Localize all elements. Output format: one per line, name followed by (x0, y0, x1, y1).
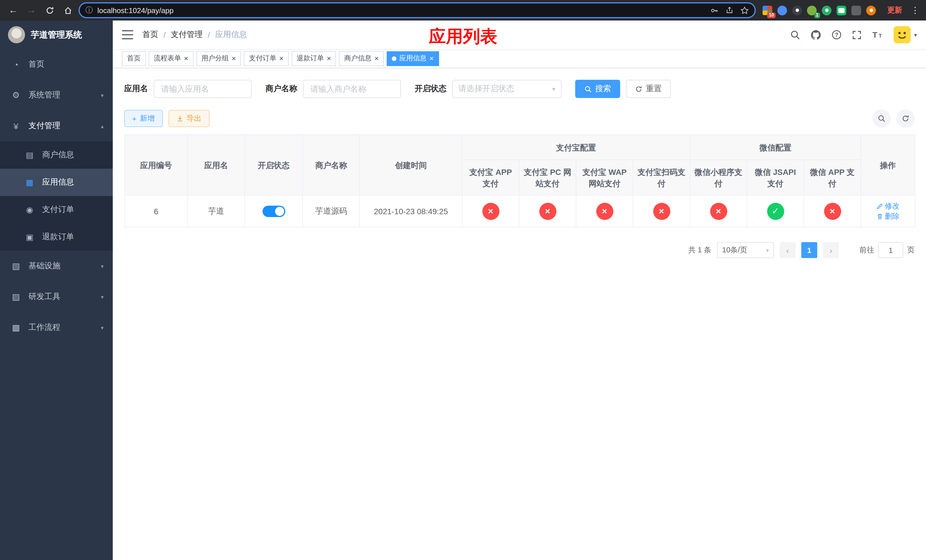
sidebar-item-devtools[interactable]: ▨ 研发工具 ▾ (0, 282, 113, 312)
tag-merchant-info[interactable]: 商户信息 × (339, 51, 384, 66)
status-select[interactable]: 请选择开启状态 ▾ (452, 80, 561, 98)
url-text: localhost:1024/pay/app (97, 6, 706, 15)
close-icon[interactable]: × (184, 55, 188, 62)
card-icon: ▤ (24, 150, 35, 159)
browser-forward-icon[interactable]: → (24, 3, 39, 18)
close-icon[interactable]: × (232, 55, 236, 62)
chevron-up-icon: ▴ (101, 123, 104, 129)
edit-button[interactable]: 修改 (876, 201, 900, 211)
sidebar-item-workflow[interactable]: ▩ 工作流程 ▾ (0, 312, 113, 343)
sidebar-item-app-info[interactable]: ▦ 应用信息 (0, 169, 113, 196)
close-icon[interactable]: × (327, 55, 331, 62)
extension-green-circle-icon[interactable] (822, 5, 831, 15)
menu-fold-icon[interactable] (122, 30, 133, 39)
help-icon[interactable]: ? (831, 30, 842, 40)
goto-page-input[interactable] (878, 242, 903, 258)
close-icon[interactable]: × (430, 55, 434, 62)
extension-chat-icon[interactable] (837, 5, 846, 15)
app-table: 应用编号 应用名 开启状态 商户名称 创建时间 支付宝配置 微信配置 操作 支付… (124, 135, 915, 227)
page-size-select[interactable]: 10条/页 ▾ (717, 242, 774, 258)
cell-merchant: 芋道源码 (303, 195, 360, 227)
bookmark-star-icon[interactable] (740, 6, 749, 15)
plus-icon: + (132, 114, 136, 123)
order-icon: ◉ (24, 205, 35, 214)
dashboard-icon: ◔ (10, 59, 22, 69)
browser-menu-icon[interactable]: ⋮ (910, 5, 920, 15)
status-badge: × (653, 203, 670, 219)
browser-update-button[interactable]: 更新 (883, 5, 906, 15)
extension-puzzle-icon[interactable] (851, 5, 861, 15)
tag-process-form[interactable]: 流程表单 × (149, 51, 193, 66)
sidebar: 芋道管理系统 ◔ 首页 ⚙ 系统管理 ▾ ¥ 支付管理 ▴ (0, 21, 113, 560)
svg-text:T: T (873, 30, 877, 39)
add-button[interactable]: + 新增 (124, 110, 163, 127)
status-badge: ✓ (767, 203, 784, 219)
delete-button[interactable]: 删除 (876, 211, 900, 221)
col-alipay-qr: 支付宝扫码支付 (633, 160, 690, 195)
current-page-button[interactable]: 1 (801, 242, 817, 258)
tag-user-group[interactable]: 用户分组 × (196, 51, 241, 66)
tools-icon: ▨ (10, 292, 22, 302)
font-size-icon[interactable]: TT (872, 30, 883, 39)
chevron-down-icon: ▾ (101, 92, 104, 98)
extension-face-icon[interactable] (866, 5, 876, 15)
breadcrumb: 首页 / 支付管理 / 应用信息 (142, 30, 247, 40)
breadcrumb-payment[interactable]: 支付管理 (171, 30, 203, 40)
cell-wx-jsapi-status: ✓ (747, 195, 804, 227)
refund-icon: ▣ (24, 232, 35, 242)
sidebar-item-refund-order[interactable]: ▣ 退款订单 (0, 223, 113, 251)
merchant-name-input[interactable] (303, 80, 401, 98)
tag-home[interactable]: 首页 (122, 51, 146, 66)
sidebar-item-system[interactable]: ⚙ 系统管理 ▾ (0, 80, 113, 110)
next-page-button[interactable]: › (823, 242, 839, 258)
chevron-down-icon: ▾ (101, 324, 104, 331)
user-avatar[interactable]: ▾ (894, 26, 917, 43)
prev-page-button[interactable]: ‹ (780, 242, 796, 258)
refresh-button[interactable] (896, 109, 915, 128)
app-name-input[interactable] (154, 80, 252, 98)
search-icon[interactable] (790, 30, 800, 40)
browser-home-icon[interactable] (61, 3, 75, 18)
cell-actions: 修改 删除 (861, 195, 915, 227)
reset-button[interactable]: 重置 (626, 80, 671, 98)
cell-app-name: 芋道 (188, 195, 245, 227)
site-info-icon[interactable]: ⓘ (85, 5, 93, 15)
status-label: 开启状态 (415, 84, 446, 94)
sidebar-menu: ◔ 首页 ⚙ 系统管理 ▾ ¥ 支付管理 ▴ ▤ 商户信息 (0, 49, 113, 343)
filter-form: 应用名 商户名称 开启状态 请选择开启状态 ▾ (124, 80, 915, 98)
close-icon[interactable]: × (374, 55, 379, 62)
github-icon[interactable] (810, 29, 821, 40)
app-name-label: 应用名 (124, 84, 148, 94)
sidebar-item-pay-order[interactable]: ◉ 支付订单 (0, 196, 113, 223)
share-icon[interactable] (726, 6, 734, 14)
address-bar[interactable]: ⓘ localhost:1024/pay/app (79, 2, 756, 18)
search-button[interactable]: 搜索 (575, 80, 620, 98)
extension-blue-icon[interactable] (777, 5, 787, 15)
password-key-icon[interactable] (710, 6, 719, 15)
extension-dark-icon[interactable] (792, 5, 802, 15)
extension-grid-icon[interactable]: 10 (763, 5, 772, 15)
sidebar-item-payment[interactable]: ¥ 支付管理 ▴ (0, 110, 113, 141)
toggle-search-button[interactable] (873, 109, 891, 128)
tag-app-info[interactable]: 应用信息 × (387, 51, 439, 66)
extension-avatar-icon[interactable]: 1 (807, 5, 817, 15)
cell-status (245, 195, 303, 227)
browser-chrome: ← → ⓘ localhost:1024/pay/app (0, 0, 926, 21)
export-button[interactable]: 导出 (168, 110, 209, 127)
tag-pay-order[interactable]: 支付订单 × (244, 51, 289, 66)
fullscreen-icon[interactable] (852, 30, 862, 39)
col-actions: 操作 (861, 135, 915, 195)
tag-refund-order[interactable]: 退款订单 × (292, 51, 336, 66)
browser-back-icon[interactable]: ← (6, 3, 21, 18)
status-badge: × (539, 203, 556, 219)
col-created: 创建时间 (360, 135, 462, 195)
breadcrumb-home[interactable]: 首页 (142, 30, 158, 40)
browser-reload-icon[interactable] (42, 3, 57, 18)
svg-text:?: ? (835, 32, 838, 38)
sidebar-item-home[interactable]: ◔ 首页 (0, 49, 113, 80)
close-icon[interactable]: × (279, 55, 283, 62)
breadcrumb-current: 应用信息 (215, 30, 247, 40)
sidebar-item-infra[interactable]: ▧ 基础设施 ▾ (0, 251, 113, 282)
enable-toggle[interactable] (262, 205, 285, 217)
sidebar-item-merchant-info[interactable]: ▤ 商户信息 (0, 141, 113, 169)
